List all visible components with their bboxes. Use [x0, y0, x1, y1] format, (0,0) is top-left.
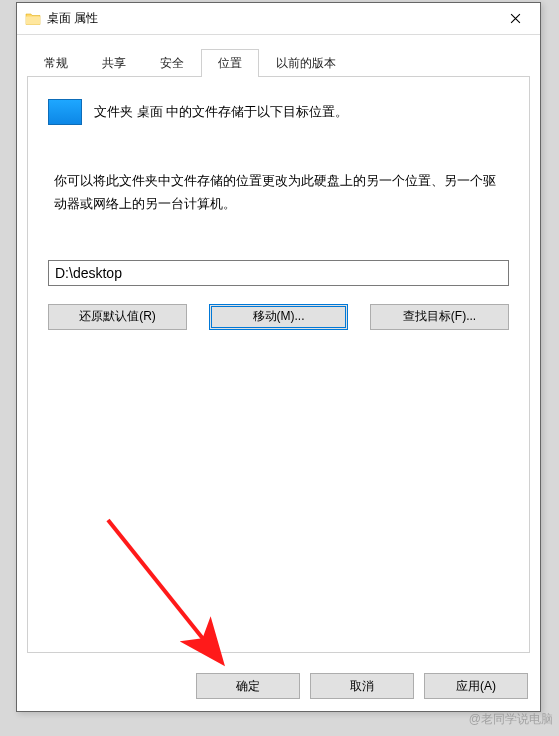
titlebar: 桌面 属性: [17, 3, 540, 35]
location-panel: 文件夹 桌面 中的文件存储于以下目标位置。 你可以将此文件夹中文件存储的位置更改…: [27, 77, 530, 653]
tab-sharing[interactable]: 共享: [85, 49, 143, 77]
watermark-text: @老同学说电脑: [469, 712, 553, 726]
tab-general[interactable]: 常规: [27, 49, 85, 77]
folder-icon: [25, 11, 41, 27]
tab-previous-versions[interactable]: 以前的版本: [259, 49, 353, 77]
action-button-row: 还原默认值(R) 移动(M)... 查找目标(F)...: [48, 304, 509, 330]
tab-location[interactable]: 位置: [201, 49, 259, 77]
dialog-footer: 确定 取消 应用(A): [17, 663, 540, 711]
desktop-icon: [48, 99, 82, 125]
cancel-button[interactable]: 取消: [310, 673, 414, 699]
find-target-button[interactable]: 查找目标(F)...: [370, 304, 509, 330]
location-description-2: 你可以将此文件夹中文件存储的位置更改为此硬盘上的另一个位置、另一个驱动器或网络上…: [48, 169, 509, 216]
window-title: 桌面 属性: [47, 10, 492, 27]
path-input[interactable]: [48, 260, 509, 286]
apply-button[interactable]: 应用(A): [424, 673, 528, 699]
close-button[interactable]: [492, 4, 538, 34]
location-description-1: 文件夹 桌面 中的文件存储于以下目标位置。: [94, 103, 348, 121]
watermark: @老同学说电脑: [469, 711, 553, 728]
properties-dialog: 桌面 属性 常规 共享 安全 位置 以前的版本 文件夹 桌面 中的文件存储于以下…: [16, 2, 541, 712]
restore-default-button[interactable]: 还原默认值(R): [48, 304, 187, 330]
tab-security[interactable]: 安全: [143, 49, 201, 77]
move-button[interactable]: 移动(M)...: [209, 304, 348, 330]
info-row: 文件夹 桌面 中的文件存储于以下目标位置。: [48, 99, 509, 125]
tab-strip: 常规 共享 安全 位置 以前的版本: [17, 47, 540, 77]
ok-button[interactable]: 确定: [196, 673, 300, 699]
